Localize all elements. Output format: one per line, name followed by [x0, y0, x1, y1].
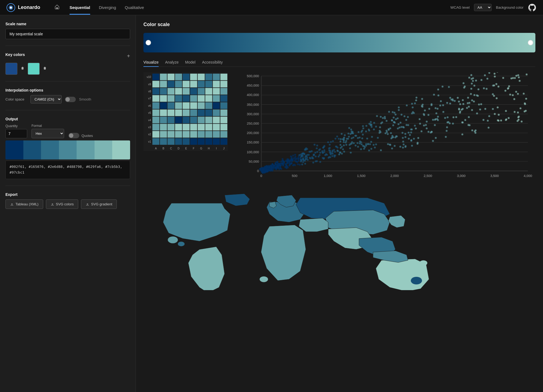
output-label: Output: [5, 117, 130, 121]
color-swatch-2[interactable]: [28, 63, 40, 75]
scale-name-section: Scale name: [5, 22, 130, 39]
quantity-input[interactable]: [5, 129, 27, 138]
wcag-label: WCAG level: [450, 5, 470, 10]
nav-tab-sequential[interactable]: Sequential: [70, 0, 90, 15]
format-select[interactable]: Hex RGB HSL: [32, 129, 64, 138]
main-layout: Scale name Key colors +: [0, 15, 543, 392]
output-section: Output Quantity Format Hex RGB HSL: [5, 117, 130, 179]
main-nav: Sequential Diverging Qualitative: [70, 0, 144, 15]
export-buttons: Tableau (XML) SVG colors SVG gradient: [5, 199, 130, 209]
app-header: Leonardo Sequential Diverging Qualitativ…: [0, 0, 543, 15]
add-color-button[interactable]: +: [127, 53, 130, 59]
interp-row: Color space CAM02 (Ch) CAM02 LCH LAB HSL…: [5, 95, 130, 104]
key-colors-label: Key colors: [5, 52, 25, 57]
export-section: Export Tableau (XML) SVG colors SVG grad…: [5, 192, 130, 209]
viz-tab-accessibility[interactable]: Accessibility: [202, 58, 223, 67]
divider-2: [5, 81, 130, 81]
quotes-row: Quotes: [68, 133, 93, 138]
palette-swatch-3: [41, 140, 59, 159]
scatter-canvas: [234, 72, 535, 181]
scatter-section: [234, 72, 535, 181]
quotes-toggle-thumb: [69, 133, 73, 138]
export-svg-gradient-button[interactable]: SVG gradient: [81, 199, 117, 209]
logo-area: Leonardo: [7, 3, 40, 12]
background-color-button[interactable]: Background color: [496, 5, 523, 10]
app-name: Leonardo: [18, 5, 40, 10]
smooth-toggle-thumb: [65, 97, 70, 102]
divider-1: [5, 46, 130, 46]
palette-swatch-4: [59, 140, 77, 159]
interpolation-section: Interpolation options Color space CAM02 …: [5, 88, 130, 104]
charts-row: [143, 72, 535, 181]
export-svg-colors-button[interactable]: SVG colors: [46, 199, 79, 209]
color-space-select[interactable]: CAM02 (Ch) CAM02 LCH LAB HSL RGB: [30, 95, 62, 104]
export-svg-colors-label: SVG colors: [56, 202, 74, 206]
gradient-handle-right[interactable]: [528, 40, 533, 45]
palette-swatch-5: [77, 140, 95, 159]
export-label: Export: [5, 192, 130, 197]
color-space-label: Color space: [5, 97, 27, 101]
format-field: Format Hex RGB HSL: [32, 124, 64, 138]
smooth-label: Smooth: [79, 97, 91, 101]
divider-4: [5, 186, 130, 186]
palette-swatch-7: [112, 140, 130, 159]
header-right: WCAG level AA AAA A Background color: [450, 3, 536, 12]
export-tableau-label: Tableau (XML): [15, 202, 39, 206]
delete-color-2-button[interactable]: [42, 66, 48, 72]
viz-tab-model[interactable]: Model: [185, 58, 196, 67]
download-icon-2: [51, 202, 54, 206]
interpolation-label: Interpolation options: [5, 88, 130, 92]
svg-rect-3: [57, 7, 58, 9]
app-logo-icon: [7, 3, 15, 12]
scale-name-label: Scale name: [5, 22, 130, 26]
hex-output: #002f61, #165076, #2e6d88, #488798, #629…: [5, 161, 130, 179]
quantity-label: Quantity: [5, 124, 27, 128]
color-scale-title: Color scale: [143, 22, 535, 27]
viz-tab-analyze[interactable]: Analyze: [165, 58, 179, 67]
palette-swatch-2: [23, 140, 41, 159]
download-icon-3: [86, 202, 89, 206]
nav-tab-diverging[interactable]: Diverging: [99, 0, 116, 15]
nav-tab-qualitative[interactable]: Qualitative: [125, 0, 144, 15]
left-panel: Scale name Key colors +: [0, 15, 136, 392]
divider-3: [5, 110, 130, 110]
color-swatch-1[interactable]: [5, 63, 17, 75]
quantity-field: Quantity: [5, 124, 27, 138]
export-tableau-button[interactable]: Tableau (XML): [5, 199, 43, 209]
quotes-label: Quotes: [81, 134, 93, 138]
palette-display: [5, 140, 130, 159]
wcag-select[interactable]: AA AAA A: [474, 4, 492, 11]
viz-tab-visualize[interactable]: Visualize: [143, 58, 159, 67]
heatmap-section: [143, 72, 228, 151]
palette-swatch-6: [95, 140, 112, 159]
delete-color-1-button[interactable]: [20, 66, 26, 72]
right-panel: Color scale Visualize Analyze Model Acce…: [136, 15, 543, 392]
world-map-container: [143, 187, 535, 290]
export-svg-gradient-label: SVG gradient: [91, 202, 112, 206]
gradient-handle-left[interactable]: [146, 40, 151, 45]
scale-name-input[interactable]: [5, 29, 130, 39]
color-swatches: [5, 63, 130, 75]
gradient-bar-container[interactable]: [143, 33, 535, 52]
format-label: Format: [32, 124, 64, 128]
download-icon-1: [10, 202, 14, 206]
heatmap-canvas: [143, 72, 228, 151]
quotes-toggle[interactable]: [68, 133, 79, 138]
gradient-bar: [143, 33, 535, 52]
viz-tabs: Visualize Analyze Model Accessibility: [143, 58, 535, 67]
key-colors-section: Key colors +: [5, 52, 130, 75]
key-colors-header: Key colors +: [5, 52, 130, 59]
svg-point-2: [10, 7, 12, 9]
home-nav-icon[interactable]: [53, 3, 61, 12]
palette-swatch-1: [5, 140, 23, 159]
smooth-toggle[interactable]: [65, 97, 76, 102]
world-map-canvas: [143, 187, 535, 290]
output-row: Quantity Format Hex RGB HSL: [5, 124, 130, 138]
github-icon[interactable]: [528, 3, 536, 12]
